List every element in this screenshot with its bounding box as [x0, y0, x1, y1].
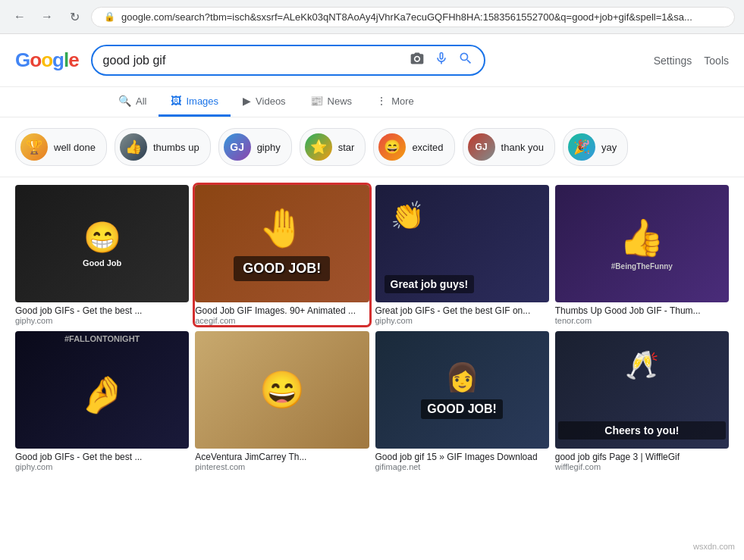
- image-box-2-2: 😄: [195, 331, 369, 449]
- search-icons: [410, 51, 473, 70]
- chip-avatar-yay: 🎉: [568, 133, 595, 161]
- refresh-button[interactable]: ↻: [64, 6, 85, 27]
- image-meta-1-3: Great job GIFs - Get the best GIF on... …: [375, 305, 549, 325]
- lock-icon: 🔒: [104, 11, 115, 22]
- tab-all[interactable]: 🔍 All: [106, 87, 159, 117]
- chip-avatar-well-done: 🏆: [20, 133, 48, 161]
- image-row-2: #FALLONTONIGHT 🤌 Good job GIFs - Get the…: [15, 331, 729, 471]
- image-card-1-1[interactable]: 😁 Good Job Good job GIFs - Get the best …: [15, 185, 189, 325]
- image-card-1-4[interactable]: 👍 #BeingTheFunny Thumbs Up Good Job GIF …: [555, 185, 729, 325]
- more-icon: ⋮: [376, 95, 387, 107]
- voice-search-button[interactable]: [434, 51, 449, 70]
- tab-images[interactable]: 🖼 Images: [159, 87, 231, 117]
- images-section: 😁 Good Job Good job GIFs - Get the best …: [0, 177, 744, 485]
- image-box-1-3: 👏 Great job guys!: [375, 185, 549, 302]
- all-icon: 🔍: [118, 95, 131, 107]
- image-card-2-1[interactable]: #FALLONTONIGHT 🤌 Good job GIFs - Get the…: [15, 331, 189, 471]
- image-source-2-4: wifflegif.com: [555, 462, 729, 471]
- image-card-1-3[interactable]: 👏 Great job guys! Great job GIFs - Get t…: [375, 185, 549, 325]
- forward-button[interactable]: →: [36, 6, 58, 27]
- image-box-1-1: 😁 Good Job: [15, 185, 189, 302]
- chip-thumbs-up[interactable]: 👍 thumbs up: [115, 128, 211, 166]
- settings-link[interactable]: Settings: [654, 55, 692, 67]
- chip-avatar-star: ⭐: [305, 133, 332, 161]
- url-text: google.com/search?tbm=isch&sxsrf=ALeKk03…: [121, 11, 722, 23]
- image-title-1-1: Good job GIFs - Get the best ...: [15, 305, 189, 316]
- tab-images-label: Images: [186, 95, 218, 107]
- chip-label-excited: excited: [412, 142, 443, 153]
- image-title-1-2: Good Job GIF Images. 90+ Animated ...: [195, 305, 369, 316]
- image-title-2-2: AceVentura JimCarrey Th...: [195, 452, 369, 462]
- search-box[interactable]: [91, 45, 485, 76]
- image-meta-1-2: Good Job GIF Images. 90+ Animated ... ac…: [195, 305, 369, 325]
- address-bar[interactable]: 🔒 google.com/search?tbm=isch&sxsrf=ALeKk…: [91, 7, 735, 27]
- tab-videos-label: Videos: [256, 95, 286, 107]
- image-card-1-2[interactable]: 🤚 GOOD JOB! Good Job GIF Images. 90+ Ani…: [195, 185, 369, 325]
- image-box-1-2: 🤚 GOOD JOB!: [195, 185, 369, 302]
- image-title-2-1: Good job GIFs - Get the best ...: [15, 452, 189, 462]
- news-icon: 📰: [310, 95, 323, 107]
- chip-label-star: star: [338, 142, 355, 153]
- search-input[interactable]: [103, 54, 410, 67]
- chip-label-giphy: giphy: [257, 142, 281, 153]
- chip-label-yay: yay: [601, 142, 617, 153]
- image-source-2-1: giphy.com: [15, 462, 189, 471]
- image-meta-2-4: good job gifs Page 3 | WiffleGif wiffleg…: [555, 452, 729, 471]
- chip-thank-you[interactable]: GJ thank you: [463, 128, 555, 166]
- chip-avatar-thumbs-up: 👍: [120, 133, 147, 161]
- image-meta-2-2: AceVentura JimCarrey Th... pinterest.com: [195, 452, 369, 471]
- chips-row: 🏆 well done 👍 thumbs up GJ giphy ⭐ star …: [0, 117, 744, 177]
- chip-well-done[interactable]: 🏆 well done: [15, 128, 107, 166]
- image-meta-1-1: Good job GIFs - Get the best ... giphy.c…: [15, 305, 189, 325]
- browser-bar: ← → ↻ 🔒 google.com/search?tbm=isch&sxsrf…: [0, 0, 744, 34]
- image-row-1: 😁 Good Job Good job GIFs - Get the best …: [15, 185, 729, 325]
- image-box-2-1: #FALLONTONIGHT 🤌: [15, 331, 189, 449]
- image-card-2-4[interactable]: 🥂 Cheers to you! good job gifs Page 3 | …: [555, 331, 729, 471]
- google-logo: Google: [15, 48, 79, 72]
- image-source-2-3: gifimage.net: [375, 462, 549, 471]
- chip-yay[interactable]: 🎉 yay: [563, 128, 628, 166]
- chip-label-well-done: well done: [54, 142, 96, 153]
- nav-tabs: 🔍 All 🖼 Images ▶ Videos 📰 News ⋮ More: [0, 87, 744, 117]
- image-title-1-3: Great job GIFs - Get the best GIF on...: [375, 305, 549, 316]
- tab-news[interactable]: 📰 News: [298, 87, 365, 117]
- images-icon: 🖼: [171, 95, 181, 107]
- chip-label-thumbs-up: thumbs up: [153, 142, 199, 153]
- videos-icon: ▶: [243, 95, 251, 107]
- image-title-1-4: Thumbs Up Good Job GIF - Thum...: [555, 305, 729, 316]
- chip-label-thank-you: thank you: [501, 142, 544, 153]
- tab-news-label: News: [328, 95, 353, 107]
- tab-more-label: More: [391, 95, 414, 107]
- google-search-button[interactable]: [458, 51, 473, 70]
- tab-more[interactable]: ⋮ More: [364, 87, 426, 117]
- image-box-2-4: 🥂 Cheers to you!: [555, 331, 729, 449]
- image-card-2-3[interactable]: 👩 GOOD JOB! Good job gif 15 » GIF Images…: [375, 331, 549, 471]
- image-box-2-3: 👩 GOOD JOB!: [375, 331, 549, 449]
- tab-videos[interactable]: ▶ Videos: [231, 87, 298, 117]
- chip-avatar-giphy: GJ: [224, 133, 251, 161]
- image-box-1-4: 👍 #BeingTheFunny: [555, 185, 729, 302]
- image-title-2-3: Good job gif 15 » GIF Images Download: [375, 452, 549, 462]
- settings-tools: Settings Tools: [654, 55, 729, 67]
- chip-star[interactable]: ⭐ star: [300, 128, 366, 166]
- back-button[interactable]: ←: [9, 6, 30, 27]
- image-source-1-1: giphy.com: [15, 316, 189, 325]
- image-card-2-2[interactable]: 😄 AceVentura JimCarrey Th... pinterest.c…: [195, 331, 369, 471]
- chip-avatar-excited: 😄: [378, 133, 406, 161]
- image-meta-1-4: Thumbs Up Good Job GIF - Thum... tenor.c…: [555, 305, 729, 325]
- image-source-2-2: pinterest.com: [195, 462, 369, 471]
- camera-search-button[interactable]: [410, 51, 425, 70]
- tools-link[interactable]: Tools: [704, 55, 729, 67]
- image-meta-2-3: Good job gif 15 » GIF Images Download gi…: [375, 452, 549, 471]
- image-meta-2-1: Good job GIFs - Get the best ... giphy.c…: [15, 452, 189, 471]
- image-source-1-2: acegif.com: [195, 316, 369, 325]
- google-header: Google Settings Tools: [0, 34, 744, 87]
- chip-avatar-thank-you: GJ: [468, 133, 495, 161]
- image-source-1-3: giphy.com: [375, 316, 549, 325]
- image-source-1-4: tenor.com: [555, 316, 729, 325]
- chip-excited[interactable]: 😄 excited: [373, 128, 454, 166]
- chip-giphy[interactable]: GJ giphy: [218, 128, 292, 166]
- tab-all-label: All: [136, 95, 146, 107]
- image-title-2-4: good job gifs Page 3 | WiffleGif: [555, 452, 729, 462]
